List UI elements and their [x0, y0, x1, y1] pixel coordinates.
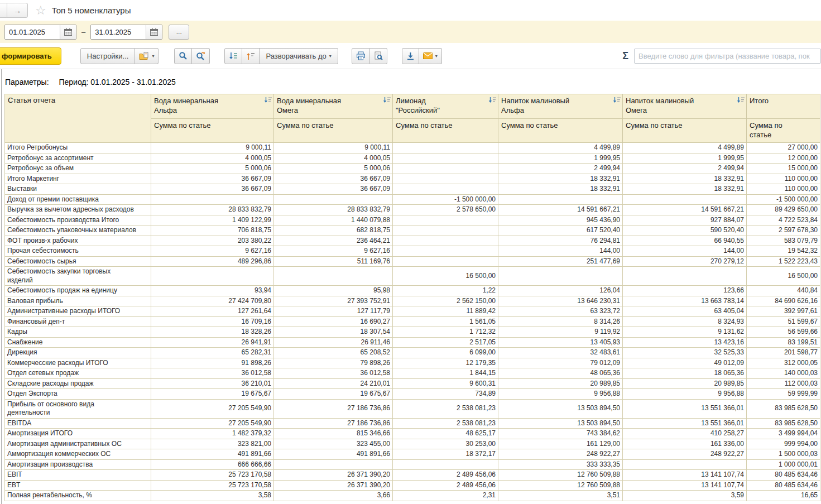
cell-value[interactable]: 13 551 366,01 [623, 418, 747, 429]
cell-value[interactable]: 36 210,01 [151, 378, 274, 389]
cell-value[interactable]: 6 099,00 [393, 348, 498, 358]
cell-value[interactable]: 18 332,91 [498, 174, 623, 184]
cell-value[interactable]: 110 000,00 [747, 174, 820, 184]
cell-value[interactable] [393, 256, 498, 267]
row-label[interactable]: Себестоимость сырья [5, 256, 151, 267]
cell-value[interactable]: 36 012,58 [274, 368, 393, 379]
column-header-5[interactable]: Напиток малиновый Омега [623, 94, 747, 119]
cell-value[interactable]: 48 065,36 [498, 368, 623, 379]
row-label[interactable]: Административные расходы ИТОГО [5, 306, 151, 317]
cell-value[interactable]: 927 884,07 [623, 215, 747, 225]
cell-value[interactable]: 14 591 667,21 [498, 205, 623, 215]
column-header-2[interactable]: Вода минеральная Омега [274, 94, 393, 119]
cell-value[interactable]: 2 489 456,06 [393, 480, 498, 491]
cell-value[interactable]: 4 499,89 [498, 143, 623, 153]
cell-value[interactable]: 491 891,66 [274, 449, 393, 460]
cell-value[interactable]: 3 499 994,04 [747, 429, 820, 439]
row-label[interactable]: Себестоимость упаковочных материалов [5, 225, 151, 236]
cell-value[interactable]: 9 627,16 [151, 246, 274, 257]
expand-to-button[interactable]: Разворачивать до ▾ [260, 48, 338, 64]
calendar-icon[interactable] [146, 25, 162, 39]
cell-value[interactable]: 9 000,11 [274, 143, 393, 153]
filter-input[interactable] [634, 49, 821, 64]
cell-value[interactable]: 66 940,55 [623, 236, 747, 246]
cell-value[interactable]: 28 833 832,79 [151, 205, 274, 215]
row-label[interactable]: Себестоимость закупки торговых изделий [5, 267, 151, 286]
row-label[interactable]: Отдел Экспорта [5, 389, 151, 400]
sort-descending-icon[interactable] [383, 97, 391, 104]
cell-value[interactable]: 123,66 [623, 286, 747, 296]
cell-value[interactable]: 83 985 628,50 [747, 418, 820, 429]
favorite-star-icon[interactable]: ☆ [35, 4, 46, 17]
cell-value[interactable] [393, 236, 498, 246]
print-preview-button[interactable] [370, 48, 387, 64]
column-header-1[interactable]: Вода минеральная Альфа [151, 94, 274, 119]
row-label[interactable]: EBIT [5, 470, 151, 481]
cell-value[interactable]: 2 499,94 [498, 164, 623, 174]
cell-value[interactable]: 323 455,00 [274, 439, 393, 449]
save-file-button[interactable] [402, 48, 419, 64]
cell-value[interactable]: 30 253,00 [393, 439, 498, 449]
sort-descending-icon[interactable] [264, 97, 272, 104]
column-subheader-4[interactable]: Сумма по статье [498, 119, 623, 143]
column-subheader-6[interactable]: Сумма по статье [747, 119, 820, 143]
cell-value[interactable]: 140 000,03 [747, 368, 820, 379]
row-label[interactable]: Дирекция [5, 348, 151, 358]
cell-value[interactable]: 706 818,75 [151, 225, 274, 236]
row-label[interactable]: Себестоимость производства Итого [5, 215, 151, 225]
cell-value[interactable]: 27 205 549,90 [151, 418, 274, 429]
cell-value[interactable]: 9 956,88 [498, 389, 623, 400]
cell-value[interactable]: 20 989,85 [623, 378, 747, 389]
cell-value[interactable]: 25 723 170,58 [151, 470, 274, 481]
row-label[interactable]: Коммерчесские расходы ИТОГО [5, 358, 151, 368]
row-label[interactable]: Кадры [5, 327, 151, 338]
cell-value[interactable]: 583 079,79 [747, 236, 820, 246]
row-label[interactable]: Амортизация ИТОГО [5, 429, 151, 439]
column-header-3[interactable]: Лимонад "Российский" [393, 94, 498, 119]
row-label[interactable]: Отдел сетевых продаж [5, 368, 151, 379]
cell-value[interactable]: 24 210,01 [274, 378, 393, 389]
row-header-column[interactable]: Статья отчета [5, 94, 151, 143]
cell-value[interactable]: 5 000,06 [274, 164, 393, 174]
cell-value[interactable]: 12 760 509,88 [498, 480, 623, 491]
cell-value[interactable]: 112 000,03 [747, 378, 820, 389]
cell-value[interactable]: 1 561,05 [393, 316, 498, 327]
cell-value[interactable]: 3,59 [623, 491, 747, 501]
cell-value[interactable] [623, 194, 747, 205]
cell-value[interactable]: 36 667,09 [151, 184, 274, 195]
cell-value[interactable]: 83 985 628,50 [747, 399, 820, 418]
collapse-groups-button[interactable] [224, 48, 242, 64]
column-subheader-2[interactable]: Сумма по статье [274, 119, 393, 143]
cell-value[interactable] [151, 194, 274, 205]
cell-value[interactable]: 32 525,33 [623, 348, 747, 358]
cell-value[interactable]: 27 205 549,90 [151, 399, 274, 418]
cell-value[interactable]: 1 999,95 [623, 153, 747, 164]
cell-value[interactable]: 945 436,90 [498, 215, 623, 225]
cell-value[interactable]: 95,98 [274, 286, 393, 296]
cell-value[interactable]: 1 999,95 [498, 153, 623, 164]
row-label[interactable]: ФОТ произв-х рабочих [5, 236, 151, 246]
cell-value[interactable] [393, 459, 498, 470]
row-label[interactable]: Амортизация административных ОС [5, 439, 151, 449]
cell-value[interactable] [393, 225, 498, 236]
row-label[interactable]: Ретробонус за объем [5, 164, 151, 174]
cell-value[interactable]: 1 482 379,32 [151, 429, 274, 439]
cell-value[interactable]: 251 477,69 [498, 256, 623, 267]
cell-value[interactable]: 127 117,79 [274, 306, 393, 317]
cell-value[interactable]: 410 258,27 [623, 429, 747, 439]
cell-value[interactable]: 13 503 894,50 [498, 399, 623, 418]
cell-value[interactable]: 18 065,36 [623, 368, 747, 379]
row-label[interactable]: Складские расходы продаж [5, 378, 151, 389]
cell-value[interactable]: 110 000,00 [747, 184, 820, 195]
cell-value[interactable] [393, 143, 498, 153]
cell-value[interactable]: 144,00 [623, 246, 747, 257]
cell-value[interactable] [274, 267, 393, 286]
cell-value[interactable]: 13 405,93 [498, 337, 623, 348]
column-subheader-3[interactable]: Сумма по статье [393, 119, 498, 143]
cell-value[interactable]: 84 690 626,16 [747, 296, 820, 306]
cell-value[interactable]: 65 282,31 [151, 348, 274, 358]
cell-value[interactable]: 16 500,00 [747, 267, 820, 286]
cell-value[interactable] [498, 194, 623, 205]
cell-value[interactable]: 9 131,62 [623, 327, 747, 338]
cell-value[interactable]: 590 520,40 [623, 225, 747, 236]
